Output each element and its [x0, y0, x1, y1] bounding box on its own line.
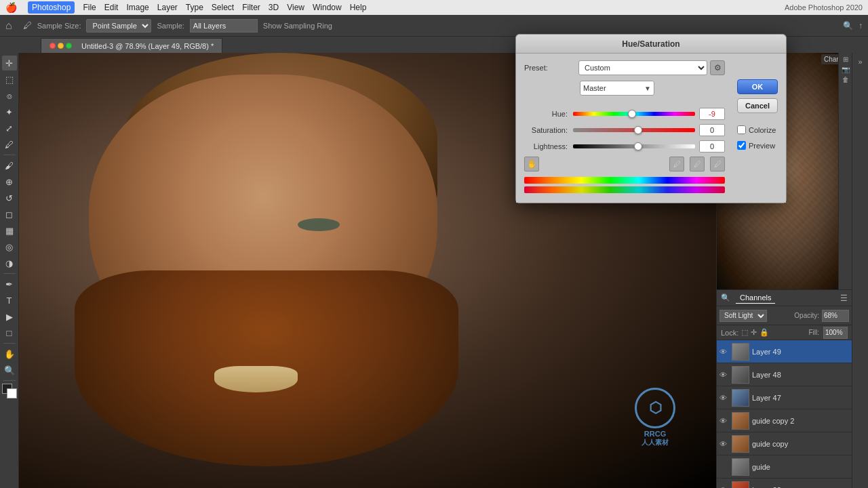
watermark-text1: RRCG: [635, 430, 675, 438]
hue-thumb[interactable]: [628, 110, 636, 118]
painting-eye: [298, 218, 340, 231]
menu-3d[interactable]: 3D: [269, 3, 279, 12]
canvas-icon-3[interactable]: 🗑: [842, 76, 849, 83]
eyedropper-tool-button[interactable]: 🖊: [669, 157, 684, 171]
blend-mode-select[interactable]: Soft Light: [719, 310, 767, 322]
search-layers-icon[interactable]: 🔍: [721, 293, 730, 302]
move-tool[interactable]: ✛: [2, 56, 17, 70]
channels-tab[interactable]: Channels: [736, 292, 775, 304]
document-tab[interactable]: Untitled-3 @ 78.9% (Layer 49, RGB/8) *: [41, 38, 222, 53]
saturation-slider-track[interactable]: [573, 125, 695, 135]
hue-slider-track[interactable]: [573, 109, 695, 119]
opacity-input[interactable]: [822, 310, 849, 322]
menu-photoshop[interactable]: Photoshop: [28, 1, 75, 14]
layer-visibility-toggle[interactable]: 👁: [719, 440, 729, 448]
ok-button[interactable]: OK: [737, 79, 778, 94]
canvas-icon-1[interactable]: ⊞: [843, 56, 848, 63]
hand-tool[interactable]: ✋: [2, 346, 17, 361]
text-tool[interactable]: T: [2, 293, 17, 308]
hand-tool-button[interactable]: ✋: [524, 157, 539, 171]
lightness-value[interactable]: 0: [699, 140, 725, 152]
sample-size-select[interactable]: Point Sample: [86, 19, 151, 33]
lock-pixels-icon[interactable]: ⬚: [741, 328, 748, 337]
preset-gear-button[interactable]: ⚙: [710, 60, 725, 75]
saturation-thumb[interactable]: [634, 126, 642, 134]
apple-menu[interactable]: 🍎: [5, 2, 17, 13]
colorize-checkbox[interactable]: [737, 125, 746, 134]
tool-separator-4: [3, 380, 16, 381]
blur-tool[interactable]: ◎: [2, 239, 17, 254]
layer-visibility-toggle[interactable]: 👁: [719, 486, 729, 489]
menu-layer[interactable]: Layer: [157, 3, 178, 12]
collapse-panels-icon[interactable]: »: [854, 56, 867, 68]
search-icon[interactable]: 🔍: [843, 21, 853, 30]
colorize-label: Colorize: [749, 126, 776, 134]
panel-menu-icon[interactable]: ☰: [840, 293, 848, 303]
layer-visibility-toggle[interactable]: 👁: [719, 348, 729, 356]
eyedropper-tool-icon[interactable]: 🖊: [23, 20, 32, 30]
layer-row[interactable]: 👁Layer 49: [717, 340, 852, 363]
layer-row[interactable]: 👁Layer 23: [717, 479, 852, 488]
canvas-icon-2[interactable]: 📷: [842, 66, 850, 73]
zoom-tool[interactable]: 🔍: [2, 363, 17, 378]
menu-edit[interactable]: Edit: [104, 3, 119, 12]
layer-row[interactable]: 👁Layer 47: [717, 386, 852, 409]
eyedropper-tool[interactable]: 🖊: [2, 137, 17, 152]
layer-row[interactable]: 👁Layer 48: [717, 363, 852, 386]
minimize-button[interactable]: [58, 43, 64, 49]
preview-checkbox[interactable]: [737, 141, 746, 150]
cancel-button[interactable]: Cancel: [737, 98, 778, 113]
magic-wand-tool[interactable]: ✦: [2, 104, 17, 119]
layer-visibility-toggle[interactable]: 👁: [719, 371, 729, 379]
pen-tool[interactable]: ✒: [2, 277, 17, 291]
layer-thumbnail: [732, 389, 749, 407]
path-selection-tool[interactable]: ▶: [2, 309, 17, 324]
close-button[interactable]: [50, 43, 56, 49]
layer-visibility-toggle[interactable]: 👁: [719, 417, 729, 425]
dialog-body: Preset: Custom ⚙ Master ▼ Hue:: [516, 54, 786, 203]
menu-window[interactable]: Window: [313, 3, 342, 12]
color-swatch[interactable]: [2, 384, 17, 399]
layer-name: guide copy 2: [752, 417, 849, 425]
clone-stamp-tool[interactable]: ⊕: [2, 174, 17, 189]
menu-view[interactable]: View: [287, 3, 304, 12]
history-brush-tool[interactable]: ↺: [2, 190, 17, 205]
tool-separator-1: [3, 155, 16, 155]
layers-list[interactable]: 👁Layer 49👁Layer 48👁Layer 47👁guide copy 2…: [717, 340, 852, 488]
hue-value[interactable]: -9: [699, 108, 725, 120]
layer-row[interactable]: 👁guide copy: [717, 432, 852, 455]
fill-input[interactable]: [823, 327, 848, 339]
gradient-tool[interactable]: ▦: [2, 223, 17, 238]
lightness-thumb[interactable]: [634, 142, 642, 150]
preset-select[interactable]: Custom: [578, 60, 707, 75]
layer-row[interactable]: guide: [717, 455, 852, 479]
dodge-tool[interactable]: ◑: [2, 256, 17, 270]
menu-help[interactable]: Help: [350, 3, 367, 12]
channel-dropdown[interactable]: Master ▼: [580, 81, 654, 96]
shape-tool[interactable]: □: [2, 325, 17, 340]
eraser-tool[interactable]: ◻: [2, 207, 17, 222]
background-color[interactable]: [7, 388, 17, 399]
sample-input[interactable]: [190, 19, 258, 33]
menu-filter[interactable]: Filter: [242, 3, 260, 12]
layer-visibility-toggle[interactable]: 👁: [719, 394, 729, 402]
layer-row[interactable]: 👁guide copy 2: [717, 409, 852, 432]
home-icon[interactable]: ⌂: [5, 20, 12, 32]
maximize-button[interactable]: [66, 43, 72, 49]
menu-select[interactable]: Select: [212, 3, 234, 12]
eyedropper-add-button[interactable]: 🖊: [690, 157, 705, 171]
menu-image[interactable]: Image: [126, 3, 149, 12]
menu-file[interactable]: File: [83, 3, 96, 12]
eyedropper-subtract-button[interactable]: 🖊: [710, 157, 725, 171]
lightness-slider-track[interactable]: [573, 142, 695, 151]
hue-track: [573, 112, 695, 116]
lasso-tool[interactable]: ⌾: [2, 88, 17, 103]
lock-all-icon[interactable]: 🔒: [760, 328, 769, 337]
lock-position-icon[interactable]: ✛: [751, 328, 757, 337]
saturation-value[interactable]: 0: [699, 124, 725, 136]
brush-tool[interactable]: 🖌: [2, 158, 17, 173]
share-icon[interactable]: ↑: [859, 21, 863, 30]
marquee-tool[interactable]: ⬚: [2, 72, 17, 87]
menu-type[interactable]: Type: [186, 3, 203, 12]
crop-tool[interactable]: ⤢: [2, 121, 17, 136]
